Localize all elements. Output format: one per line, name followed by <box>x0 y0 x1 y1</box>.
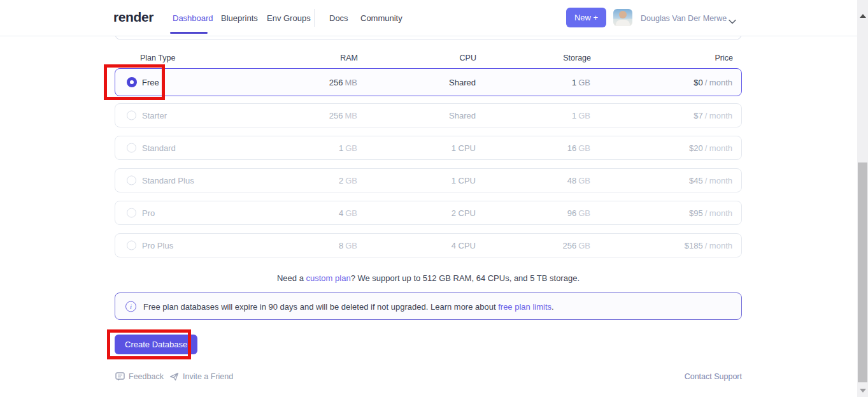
cpu-cell-value: 1 CPU <box>452 176 476 185</box>
column-header-cpu: CPU <box>460 54 476 62</box>
plan-radio-pro-plus[interactable] <box>127 241 136 250</box>
plan-radio-free[interactable] <box>127 77 137 87</box>
render-dashboard-page: render Dashboard Blueprints Env Groups D… <box>0 0 868 397</box>
price-cell-value: $95 <box>689 208 703 218</box>
ram-cell: 256MB <box>329 78 357 87</box>
feedback-link[interactable]: Feedback <box>115 372 164 381</box>
invite-friend-label: Invite a Friend <box>183 372 233 381</box>
plan-name: Standard <box>142 143 176 153</box>
active-tab-underline <box>170 32 208 34</box>
price-cell-unit: / month <box>705 111 732 120</box>
plan-radio-pro[interactable] <box>127 208 136 218</box>
column-header-price: Price <box>715 54 733 62</box>
ram-cell: 1GB <box>339 143 357 153</box>
cpu-cell: 1 CPU <box>452 143 476 153</box>
plan-row-starter[interactable]: Starter256MBShared1GB$7/ month <box>115 103 742 127</box>
scroll-up-arrow-icon[interactable] <box>860 14 866 18</box>
storage-cell: 1GB <box>572 111 590 120</box>
contact-support-link[interactable]: Contact Support <box>685 372 742 381</box>
cpu-cell-value: Shared <box>449 111 476 120</box>
column-header-plan-type: Plan Type <box>140 54 175 62</box>
price-cell-unit: / month <box>705 176 732 185</box>
ram-cell: 2GB <box>339 176 357 185</box>
user-avatar[interactable] <box>613 9 632 26</box>
price-cell-unit: / month <box>705 78 732 87</box>
notice-text-post: . <box>551 301 554 311</box>
notice-text: Free plan databases will expire in 90 da… <box>143 301 554 311</box>
ram-cell: 8GB <box>339 241 357 250</box>
column-header-storage: Storage <box>563 54 591 62</box>
custom-plan-link[interactable]: custom plan <box>306 273 351 283</box>
ram-cell: 4GB <box>339 208 357 218</box>
storage-cell-value: 48 <box>567 176 576 185</box>
avatar-photo <box>619 11 627 18</box>
price-cell: $0/ month <box>694 78 732 87</box>
nav-tab-docs[interactable]: Docs <box>329 13 348 23</box>
price-cell-value: $7 <box>694 111 702 120</box>
create-database-button[interactable]: Create Database <box>115 335 197 354</box>
ram-cell-unit: MB <box>345 111 358 120</box>
price-cell-unit: / month <box>705 208 732 218</box>
cpu-cell: Shared <box>449 111 476 120</box>
price-cell: $20/ month <box>689 143 732 153</box>
nav-tab-env-groups[interactable]: Env Groups <box>267 13 311 23</box>
plan-name: Free <box>142 78 159 87</box>
storage-cell-unit: GB <box>578 208 590 218</box>
storage-cell-unit: GB <box>578 143 590 153</box>
storage-cell-value: 16 <box>567 143 576 153</box>
storage-cell-value: 1 <box>572 111 576 120</box>
ram-cell: 256MB <box>329 111 357 120</box>
cpu-cell: 1 CPU <box>452 176 476 185</box>
plan-radio-standard[interactable] <box>127 143 136 153</box>
plan-row-pro[interactable]: Pro4GB2 CPU96GB$95/ month <box>115 201 742 225</box>
cpu-cell-value: 4 CPU <box>452 241 476 250</box>
free-plan-limits-link[interactable]: free plan limits <box>498 301 551 311</box>
nav-tab-community[interactable]: Community <box>360 13 402 23</box>
storage-cell-unit: GB <box>578 78 590 87</box>
ram-cell-unit: GB <box>345 241 357 250</box>
plan-name: Starter <box>142 111 167 120</box>
user-name[interactable]: Douglas Van Der Merwe <box>641 14 727 23</box>
ram-cell-value: 256 <box>329 78 343 87</box>
notice-text-pre: Free plan databases will expire in 90 da… <box>143 301 498 311</box>
storage-cell-unit: GB <box>578 241 590 250</box>
new-button[interactable]: New + <box>566 8 606 27</box>
price-cell-value: $185 <box>685 241 703 250</box>
storage-cell-value: 256 <box>563 241 577 250</box>
contact-support-label: Contact Support <box>685 372 742 381</box>
ram-cell-value: 1 <box>339 143 343 153</box>
plan-selection-section: Plan Type RAM CPU Storage Price Free256M… <box>115 0 742 397</box>
plan-name: Pro <box>142 208 155 218</box>
custom-plan-text-post: ? We support up to 512 GB RAM, 64 CPUs, … <box>351 273 580 283</box>
plan-radio-standard-plus[interactable] <box>127 176 136 185</box>
plan-row-standard-plus[interactable]: Standard Plus2GB1 CPU48GB$45/ month <box>115 168 742 192</box>
custom-plan-text: Need a custom plan? We support up to 512… <box>115 273 742 283</box>
free-plan-notice-banner: i Free plan databases will expire in 90 … <box>115 292 742 320</box>
cpu-cell: Shared <box>449 78 476 87</box>
scroll-down-arrow-icon[interactable] <box>860 389 866 393</box>
plan-row-standard[interactable]: Standard1GB1 CPU16GB$20/ month <box>115 136 742 160</box>
vertical-scrollbar[interactable] <box>857 0 868 397</box>
plan-radio-starter[interactable] <box>127 111 136 120</box>
info-icon: i <box>125 301 136 312</box>
ram-cell-unit: GB <box>345 143 357 153</box>
cpu-cell: 2 CPU <box>452 208 476 218</box>
price-cell-unit: / month <box>705 241 732 250</box>
plan-row-pro-plus[interactable]: Pro Plus8GB4 CPU256GB$185/ month <box>115 233 742 257</box>
scrollbar-thumb[interactable] <box>858 162 867 382</box>
price-cell: $95/ month <box>689 208 732 218</box>
top-navbar: render Dashboard Blueprints Env Groups D… <box>0 0 857 36</box>
nav-divider <box>314 9 315 27</box>
nav-tab-dashboard[interactable]: Dashboard <box>173 13 213 23</box>
nav-tab-blueprints[interactable]: Blueprints <box>221 13 258 23</box>
plan-row-free[interactable]: Free256MBShared1GB$0/ month <box>115 68 742 96</box>
ram-cell-value: 2 <box>339 176 343 185</box>
feedback-icon <box>115 372 125 381</box>
price-cell: $185/ month <box>685 241 732 250</box>
price-cell: $7/ month <box>694 111 732 120</box>
cpu-cell: 4 CPU <box>452 241 476 250</box>
invite-friend-link[interactable]: Invite a Friend <box>169 372 233 381</box>
render-logo[interactable]: render <box>113 10 153 25</box>
chevron-down-icon[interactable] <box>729 15 736 27</box>
storage-cell: 48GB <box>567 176 590 185</box>
